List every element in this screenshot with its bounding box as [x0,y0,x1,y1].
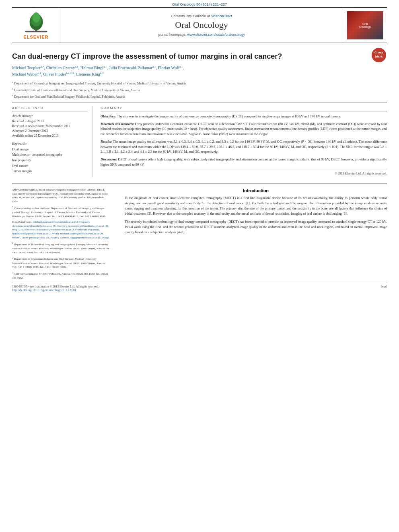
dept3-text: Address: Carinagasse 47, 6807 Feldkirch,… [12,272,108,279]
homepage-link[interactable]: www.elsevier.com/locate/oraloncology [187,33,245,37]
elsevier-brand-text: ELSEVIER [23,35,48,39]
keyword-5: Tumor margin [12,168,87,174]
journal-ref-text: Oral Oncology 50 (2014) 221–227 [172,2,227,6]
footnotes: Abbreviations: MDCT, multi-detector comp… [12,188,117,282]
results-para: Results: The mean image quality for all … [101,139,387,154]
abbreviations-footnote: Abbreviations: MDCT, multi-detector comp… [12,188,111,204]
history-label: Article history: [12,114,87,118]
objectives-text: The aim was to investigate the image qua… [117,114,341,118]
summary-col: SUMMARY Objectives: The aim was to inves… [101,106,387,177]
methods-label: Materials and methods: [101,122,134,126]
affil-a: a Department of Biomedical Imaging and I… [12,80,387,86]
dept1-sup: 1 [12,242,13,244]
page-wrapper: Oral Oncology 50 (2014) 221–227 ELSEVIER… [0,0,399,296]
results-text: The mean image quality for all readers w… [101,140,387,154]
corresponding-label: Corresponding author. [14,207,40,210]
footer-head-word: head [381,285,387,288]
abbrev-label: Abbreviations: [12,188,29,191]
keywords-list: Dual energy Multidetector computed tomog… [12,147,87,174]
affil-c: c Department for Oral and Maxillofacial … [12,93,387,99]
dept1-text: Department of Biomedical Imaging and Ima… [12,243,110,254]
article-content: Can dual-energy CT improve the assessmen… [0,43,399,296]
article-history: Article history: Received 3 August 2013 … [12,114,87,138]
journal-homepage: journal homepage: www.elsevier.com/locat… [158,33,245,37]
svg-point-3 [32,12,39,23]
dept2-text: Department of Craniomaxillofacial and Or… [12,258,105,269]
methods-para: Materials and methods: Forty patients un… [101,121,387,137]
author-weber: Michael Webera,1 [12,72,41,76]
elsevier-tree-icon [24,12,48,34]
author-czerny: Christian Czernya,1 [46,66,78,70]
svg-text:Cross: Cross [374,51,384,54]
crossmark-icon[interactable]: Cross Mark [371,47,387,63]
elsevier-logo: ELSEVIER [23,12,48,39]
copyright-line: © 2013 Elsevier Ltd. All rights reserved… [101,170,387,175]
contents-line: Contents lists available at ScienceDirec… [171,14,232,18]
discussion-label: Discussion: [101,157,117,161]
summary-heading: SUMMARY [101,106,387,111]
affil-b: b University Clinic of Craniomaxillofaci… [12,87,387,93]
intro-para1: In the diagnosis of oral cancer, multi-d… [125,195,387,217]
author-wolf: Florian Wolfa,1 [158,66,183,70]
dept2-sup: 2 [12,257,13,259]
email-label: E-mail addresses: [12,220,32,224]
dept3-sup: 3 [12,271,13,274]
author-toepker: Michael Toepkera,* [12,66,44,70]
online-date: Available online 25 December 2013 [12,134,87,138]
author-klug: Clemens Klugb,2 [76,72,104,76]
title-row: Can dual-energy CT improve the assessmen… [12,47,387,64]
objectives-label: Objectives: [101,114,116,118]
corresponding-footnote: * Corresponding author. Address: Departm… [12,205,111,219]
two-col-layout: ARTICLE INFO Article history: Received 3… [12,103,387,177]
dept1-footnote: 1 Department of Biomedical Imaging and I… [12,242,111,255]
methods-text: Forty patients underwent a contrast-enha… [101,122,387,136]
dept2-footnote: 2 Department of Craniomaxillofacial and … [12,256,111,269]
footer-left: 1368-8375/$ - see front matter © 2013 El… [12,285,99,292]
issn-text: 1368-8375/$ - see front matter © 2013 El… [12,285,99,288]
bottom-section: Abbreviations: MDCT, multi-detector comp… [12,183,387,292]
article-info-col: ARTICLE INFO Article history: Received 3… [12,106,93,177]
keyword-3: Image quality [12,158,87,163]
svg-text:Mark: Mark [375,55,383,58]
article-info-heading: ARTICLE INFO [12,106,87,111]
keyword-2: Multidetector computed tomography [12,152,87,158]
revised-date: Received in revised form 28 November 201… [12,124,87,129]
doi-link[interactable]: http://dx.doi.org/10.1016/j.oraloncology… [12,288,99,292]
accepted-date: Accepted 2 December 2013 [12,129,87,134]
affiliations: a Department of Biomedical Imaging and I… [12,80,387,99]
keywords-label: Keywords: [12,142,87,146]
article-title: Can dual-energy CT improve the assessmen… [12,52,282,61]
discussion-para: Discussion: DECT of oral tumors offers h… [101,157,387,167]
journal-title: Oral Oncology [175,20,228,30]
author-ploder: Oliver Ploderb,c,2,3 [43,72,74,76]
footer-bar: 1368-8375/$ - see front matter © 2013 El… [12,282,387,292]
received-date: Received 3 August 2013 [12,119,87,124]
discussion-text: DECT of oral tumors offers high image qu… [101,157,387,166]
journal-reference: Oral Oncology 50 (2014) 221–227 [0,0,399,7]
author-ringl: Helmut Ringla,1 [80,66,107,70]
results-label: Results: [101,140,112,144]
intro-para2: The recently introduced technology of du… [125,219,387,235]
journal-header: ELSEVIER Contents lists available at Sci… [12,7,387,43]
author-fruehwald: Julia Fruehwald-Pallamara,1 [109,66,156,70]
header-left: ELSEVIER [12,8,60,43]
keyword-4: Oral cancer [12,163,87,169]
header-center: Contents lists available at ScienceDirec… [60,8,343,43]
authors: Michael Toepkera,*, Christian Czernya,1,… [12,64,387,78]
sciencedirect-link[interactable]: ScienceDirect [211,14,232,18]
objectives-para: Objectives: The aim was to investigate t… [101,114,387,119]
svg-rect-4 [25,31,47,32]
email-footnote: E-mail addresses: michael.toepker@meduni… [12,220,111,240]
header-right: OralOncology [343,8,387,43]
journal-thumbnail: OralOncology [347,11,383,39]
dept3-footnote: 3 Address: Carinagasse 47, 6807 Feldkirc… [12,271,111,280]
introduction-column: Introduction In the diagnosis of oral ca… [125,188,387,235]
keyword-1: Dual energy [12,147,87,152]
keywords-section: Keywords: Dual energy Multidetector comp… [12,142,87,174]
thumb-inner: OralOncology [358,22,372,29]
introduction-heading: Introduction [125,188,387,193]
